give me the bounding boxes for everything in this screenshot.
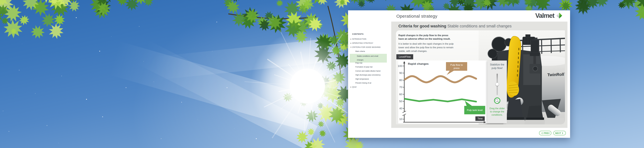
chevron-right-icon: ❯	[562, 132, 563, 134]
body-paragraph: It is better to deal with the rapid chan…	[398, 42, 455, 53]
x-axis-label-badge: Time	[476, 116, 485, 121]
lesson-card: TwinRoll™	[396, 30, 565, 124]
page-title: Operational strategy	[396, 14, 437, 19]
branch	[328, 6, 341, 79]
chevron-right-icon: ▸	[350, 86, 352, 88]
y-tick-label: 60	[398, 93, 402, 96]
sidebar-subitem-active[interactable]: Stable conditions and small changes	[350, 54, 387, 63]
y-tick-label: 80	[398, 78, 402, 82]
sidebar-item-criteria-for-good-washing[interactable]: ▾ CRITERIA FOR GOOD WASHING	[350, 46, 380, 48]
sidebar-subitem[interactable]: Correct and stable dilution factor	[355, 70, 385, 72]
y-tick-label: 50	[398, 100, 402, 103]
callout-pulp-flow: Pulp flow to press	[446, 62, 467, 71]
sidebar-item-quiz[interactable]: ▸ QUIZ	[350, 86, 356, 88]
sun-beam	[153, 39, 323, 80]
stabilize-title: Stabilize the pulp flow!	[488, 63, 506, 70]
lead-paragraph: Rapid changes in the pulp flow to the pr…	[398, 34, 453, 41]
stabilize-panel: Stabilize the pulp flow! Drag the slider…	[488, 61, 507, 123]
sidebar-subitem[interactable]: Main criteria	[355, 50, 385, 52]
machine-label: TwinRoll™	[547, 72, 565, 77]
sidebar-subitem[interactable]: Prevent mixing of air	[355, 82, 385, 84]
y-tick-label: 90	[398, 72, 402, 75]
prev-button[interactable]: ❮ PREV	[539, 131, 551, 135]
y-axis-label-badge: Level/Flow	[396, 54, 413, 59]
valmet-logo-text: Valmet	[535, 12, 554, 19]
sidebar-subitem[interactable]: Formation of pulp mat	[355, 66, 385, 68]
chevron-right-icon: ▸	[350, 38, 352, 40]
chart-annotation: Rapid changes	[408, 62, 429, 66]
sun-beam	[109, 41, 316, 131]
main-content-area: Criteria for good washingStable conditio…	[391, 22, 568, 128]
y-tick-label: 100	[398, 65, 402, 68]
contents-sidebar: CONTENTS ▸ INTRODUCTION ▸ OPERATING STRA…	[348, 22, 391, 138]
chevron-right-icon: ▸	[350, 42, 352, 44]
y-tick-label: 70	[398, 86, 402, 89]
y-tick-label: 40	[398, 107, 402, 110]
section-heading-sub: Stable conditions and small changes	[448, 24, 512, 28]
sidebar-item-introduction[interactable]: ▸ INTRODUCTION	[350, 38, 366, 40]
section-heading-bold: Criteria for good washing	[398, 24, 446, 28]
elearning-window: Operational strategy Valmet CONTENTS ▸ I…	[348, 10, 570, 138]
callout-pulp-tank: Pulp tank level	[464, 106, 485, 114]
pollen-sparkles	[0, 0, 0, 0]
sidebar-subitem[interactable]: High temperature	[355, 78, 385, 80]
flow-slider-handle[interactable]	[496, 83, 499, 86]
branch	[228, 14, 316, 19]
desktop-background: Operational strategy Valmet CONTENTS ▸ I…	[0, 0, 644, 148]
chevron-down-icon: ▾	[350, 46, 352, 48]
sidebar-subitem[interactable]: Pulp mat	[355, 62, 385, 64]
drag-instruction: Drag the slider to change the conditions…	[490, 107, 505, 117]
magnifier-icon	[494, 97, 500, 104]
section-heading: Criteria for good washingStable conditio…	[398, 24, 512, 28]
sidebar-item-operating-strategy[interactable]: ▸ OPERATING STRATEGY	[350, 42, 373, 44]
y-tick-label: 10	[398, 118, 402, 121]
chevron-left-icon: ❮	[542, 132, 543, 134]
sun-beam	[136, 40, 318, 148]
next-button[interactable]: NEXT ❯	[554, 131, 566, 135]
chart-plot: 10090807060504010 Rapid changes Pulp flo…	[398, 61, 488, 123]
sidebar-subitem[interactable]: High discharge pulp consistency	[355, 74, 385, 76]
valmet-logo: Valmet	[535, 12, 563, 19]
valmet-arrow-icon	[556, 12, 563, 19]
contents-heading: CONTENTS	[352, 33, 364, 35]
